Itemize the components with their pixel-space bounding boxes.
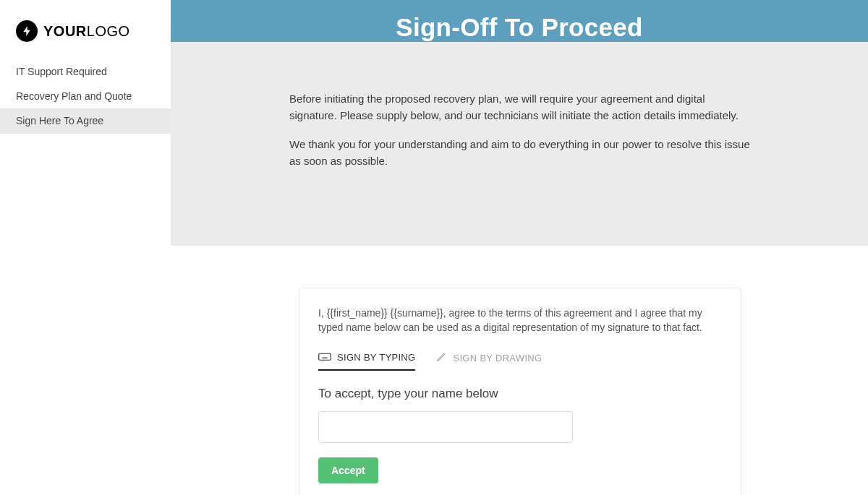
signature-tabs: SIGN BY TYPING SIGN BY DRAWING: [318, 351, 722, 371]
sidebar-item-recovery-plan[interactable]: Recovery Plan and Quote: [0, 84, 171, 108]
signature-name-input[interactable]: [318, 411, 573, 443]
keyboard-icon: [318, 351, 331, 363]
agreement-text: I, {{first_name}} {{surname}}, agree to …: [318, 306, 722, 335]
sign-section: I, {{first_name}} {{surname}}, agree to …: [171, 246, 868, 495]
intro-section: Before initiating the proposed recovery …: [171, 42, 868, 246]
tab-sign-by-drawing[interactable]: SIGN BY DRAWING: [435, 351, 542, 371]
logo-text: YOUR LOGO: [43, 23, 130, 40]
svg-rect-0: [319, 353, 331, 360]
nav: IT Support Required Recovery Plan and Qu…: [0, 59, 171, 134]
sidebar-item-sign-here[interactable]: Sign Here To Agree: [0, 108, 171, 133]
logo-bold: YOUR: [43, 23, 87, 40]
logo-area: YOUR LOGO: [0, 0, 171, 59]
sidebar: YOUR LOGO IT Support Required Recovery P…: [0, 0, 171, 495]
page-title: Sign-Off To Proceed: [396, 13, 642, 42]
intro-paragraph-1: Before initiating the proposed recovery …: [289, 91, 751, 124]
intro-paragraph-2: We thank you for your understanding and …: [289, 137, 751, 169]
accept-button[interactable]: Accept: [318, 457, 378, 483]
intro-inner: Before initiating the proposed recovery …: [288, 91, 751, 169]
logo: YOUR LOGO: [16, 20, 155, 42]
hero: Sign-Off To Proceed: [171, 0, 868, 42]
pen-icon: [435, 352, 447, 364]
tab-typing-label: SIGN BY TYPING: [337, 352, 415, 363]
sidebar-item-it-support[interactable]: IT Support Required: [0, 59, 171, 84]
signature-card: I, {{first_name}} {{surname}}, agree to …: [299, 288, 741, 495]
logo-icon: [16, 20, 38, 42]
main: Sign-Off To Proceed Before initiating th…: [171, 0, 868, 495]
logo-light: LOGO: [87, 23, 130, 40]
tab-sign-by-typing[interactable]: SIGN BY TYPING: [318, 351, 415, 371]
type-instruction: To accept, type your name below: [318, 387, 722, 401]
tab-drawing-label: SIGN BY DRAWING: [453, 353, 542, 363]
